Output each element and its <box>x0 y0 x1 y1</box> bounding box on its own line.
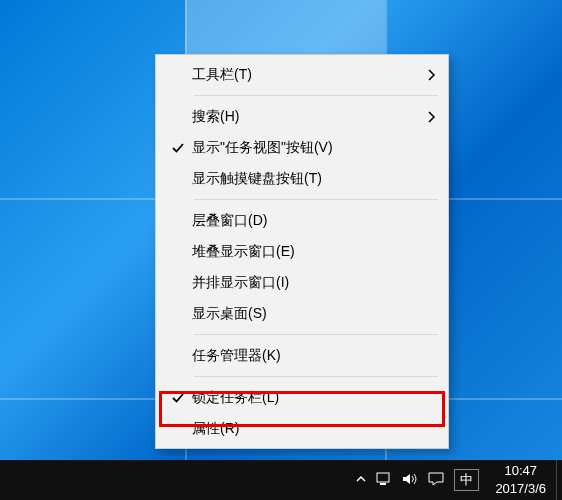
ime-indicator[interactable]: 中 <box>454 469 479 491</box>
network-icon[interactable] <box>376 472 392 489</box>
menu-separator <box>194 376 438 377</box>
taskbar-context-menu: 工具栏(T) 搜索(H) 显示"任务视图"按钮(V) 显示触摸键盘按钮(T) 层… <box>155 54 449 449</box>
menu-item-label: 堆叠显示窗口(E) <box>192 243 418 261</box>
menu-item-label: 工具栏(T) <box>192 66 418 84</box>
menu-item-toolbars[interactable]: 工具栏(T) <box>156 59 448 90</box>
menu-item-lock-taskbar[interactable]: 锁定任务栏(L) <box>156 382 448 413</box>
menu-item-label: 搜索(H) <box>192 108 418 126</box>
menu-item-show-desktop[interactable]: 显示桌面(S) <box>156 298 448 329</box>
chevron-right-icon <box>418 69 436 81</box>
menu-item-label: 显示"任务视图"按钮(V) <box>192 139 418 157</box>
clock-date: 2017/3/6 <box>495 480 546 498</box>
menu-item-task-manager[interactable]: 任务管理器(K) <box>156 340 448 371</box>
menu-separator <box>194 334 438 335</box>
menu-item-label: 显示桌面(S) <box>192 305 418 323</box>
check-icon <box>164 141 192 155</box>
menu-separator <box>194 199 438 200</box>
check-icon <box>164 391 192 405</box>
menu-item-label: 锁定任务栏(L) <box>192 389 418 407</box>
system-tray[interactable]: 中 <box>350 469 485 491</box>
taskbar[interactable]: 中 10:47 2017/3/6 <box>0 460 562 500</box>
svg-rect-0 <box>377 473 389 482</box>
menu-item-search[interactable]: 搜索(H) <box>156 101 448 132</box>
menu-item-label: 任务管理器(K) <box>192 347 418 365</box>
taskbar-clock[interactable]: 10:47 2017/3/6 <box>485 462 556 497</box>
menu-item-properties[interactable]: 属性(R) <box>156 413 448 444</box>
menu-separator <box>194 95 438 96</box>
menu-item-side-by-side[interactable]: 并排显示窗口(I) <box>156 267 448 298</box>
menu-item-show-taskview[interactable]: 显示"任务视图"按钮(V) <box>156 132 448 163</box>
tray-overflow-icon[interactable] <box>356 473 366 487</box>
clock-time: 10:47 <box>495 462 546 480</box>
action-center-icon[interactable] <box>428 472 444 489</box>
menu-item-stack-windows[interactable]: 堆叠显示窗口(E) <box>156 236 448 267</box>
show-desktop-button[interactable] <box>556 460 562 500</box>
menu-item-cascade-windows[interactable]: 层叠窗口(D) <box>156 205 448 236</box>
menu-item-label: 属性(R) <box>192 420 418 438</box>
menu-item-label: 显示触摸键盘按钮(T) <box>192 170 418 188</box>
volume-icon[interactable] <box>402 472 418 489</box>
menu-item-label: 并排显示窗口(I) <box>192 274 418 292</box>
menu-item-label: 层叠窗口(D) <box>192 212 418 230</box>
menu-item-show-touch-keyboard[interactable]: 显示触摸键盘按钮(T) <box>156 163 448 194</box>
chevron-right-icon <box>418 111 436 123</box>
svg-rect-1 <box>380 483 386 485</box>
